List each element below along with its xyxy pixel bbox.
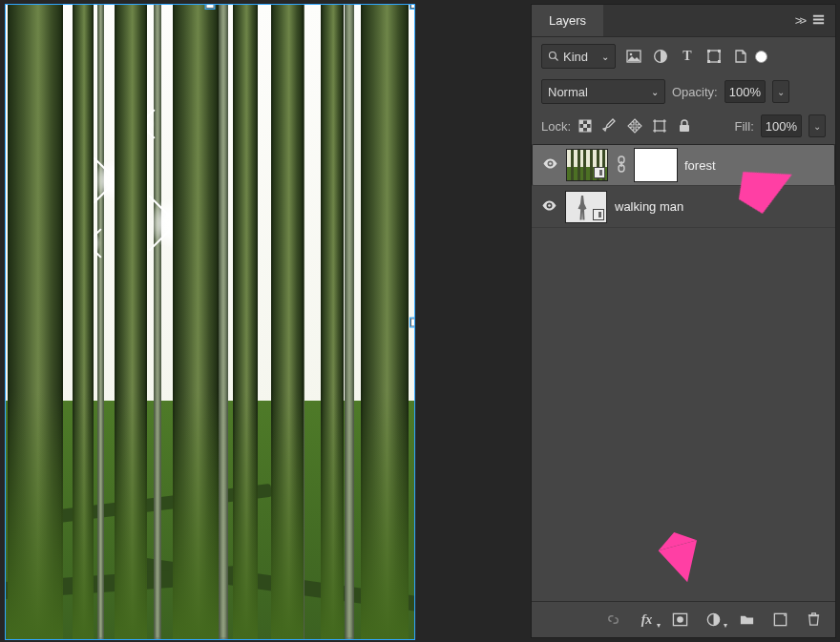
transform-handle-mid-right[interactable] [410, 318, 415, 326]
type-layer-icon[interactable]: T [680, 49, 695, 64]
opacity-label: Opacity: [672, 85, 718, 99]
adjustment-layer-icon[interactable] [653, 49, 668, 64]
filter-toggle-switch[interactable] [755, 51, 767, 63]
new-adjustment-icon[interactable]: ▾ [705, 611, 722, 628]
svg-point-17 [677, 616, 683, 623]
collapse-panel-icon[interactable]: >> [795, 13, 804, 28]
lock-transparent-icon[interactable] [578, 118, 593, 134]
fill-label: Fill: [735, 119, 754, 134]
svg-point-12 [549, 162, 552, 165]
opacity-value[interactable]: 100% [724, 80, 766, 103]
lock-fill-row: Lock: Fill: 100% ⌄ [532, 111, 835, 144]
lock-position-icon[interactable] [627, 118, 642, 134]
svg-point-0 [550, 52, 556, 59]
svg-rect-5 [707, 50, 710, 52]
lock-label: Lock: [541, 119, 571, 134]
delete-icon[interactable] [806, 611, 822, 628]
panel-menu-icon[interactable] [811, 12, 826, 30]
svg-point-15 [548, 204, 551, 207]
svg-rect-10 [655, 121, 664, 131]
visibility-toggle[interactable] [542, 155, 558, 175]
layer-thumbnail[interactable] [566, 149, 608, 181]
add-mask-icon[interactable] [672, 611, 688, 628]
visibility-toggle[interactable] [541, 197, 557, 217]
document-canvas[interactable] [0, 0, 531, 642]
artwork-bounds[interactable] [5, 4, 415, 640]
new-layer-icon[interactable] [772, 611, 788, 628]
blend-opacity-row: Normal ⌄ Opacity: 100% ⌄ [532, 75, 835, 111]
new-group-icon[interactable] [739, 611, 755, 628]
layer-thumbnail[interactable] [565, 191, 607, 223]
panel-footer: fx▾ ▾ [532, 601, 835, 637]
layer-filter-row: Kind ⌄ T [532, 37, 835, 75]
smartobject-layer-icon[interactable] [733, 49, 748, 64]
lock-artboard-icon[interactable] [652, 118, 667, 134]
svg-point-2 [630, 53, 633, 56]
transform-handle-top-center[interactable] [206, 4, 215, 9]
svg-rect-11 [680, 125, 689, 132]
fill-value[interactable]: 100% [761, 114, 802, 137]
smartobject-badge-icon [594, 167, 605, 178]
lock-all-icon[interactable] [677, 118, 692, 134]
fx-icon[interactable]: fx▾ [639, 611, 655, 628]
shape-layer-icon[interactable] [706, 49, 722, 64]
fill-stepper[interactable]: ⌄ [808, 114, 826, 137]
panel-tabs: Layers >> [532, 5, 835, 37]
opacity-stepper[interactable]: ⌄ [772, 80, 789, 103]
layer-name[interactable]: walking man [615, 199, 683, 214]
svg-rect-8 [718, 60, 721, 63]
blend-mode-select[interactable]: Normal ⌄ [541, 79, 665, 104]
pixel-layer-icon[interactable] [626, 49, 641, 64]
tab-layers[interactable]: Layers [532, 5, 603, 36]
transform-handle-top-right[interactable] [410, 4, 415, 9]
layer-name[interactable]: forest [684, 158, 716, 173]
smartobject-badge-icon [593, 209, 604, 220]
svg-rect-6 [718, 50, 721, 52]
lock-pixels-icon[interactable] [602, 118, 618, 134]
mask-link-icon[interactable] [616, 155, 627, 176]
link-layers-icon[interactable] [605, 611, 621, 628]
svg-rect-7 [707, 60, 710, 63]
layer-mask-thumbnail[interactable] [635, 149, 677, 181]
filter-kind-select[interactable]: Kind ⌄ [541, 44, 616, 69]
